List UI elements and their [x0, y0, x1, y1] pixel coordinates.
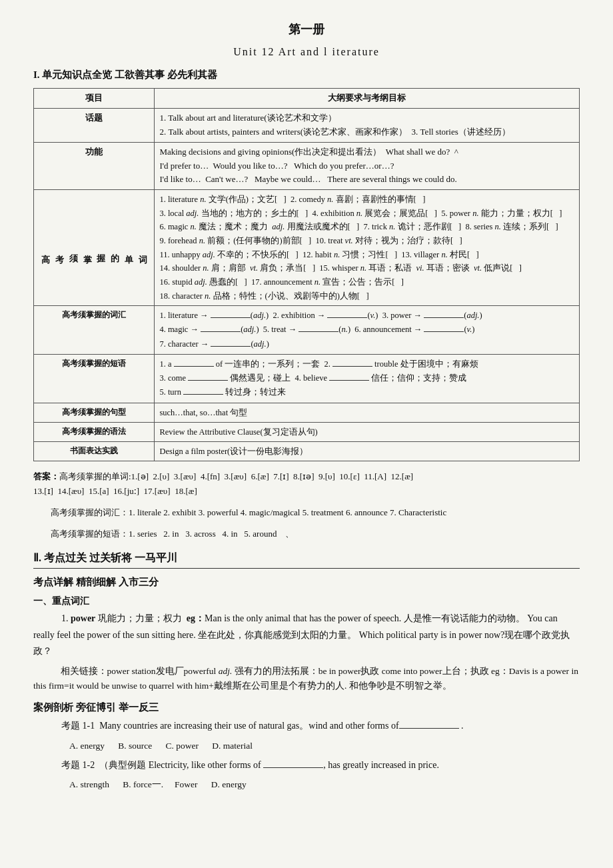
answers-block: 答案：高考须掌握的单词:1.[ə] 2.[υ] 3.[æυ] 4.[fn] 3.… [33, 469, 580, 499]
table-row-phrases: 高考须掌握的短语 1. a of 一连串的；一系列；一套 2. trouble … [34, 354, 580, 403]
knowledge-table: 项目 大纲要求与考纲目标 话题 1. Talk about art and li… [33, 88, 580, 461]
part1-heading: 一、重点词汇 [33, 594, 580, 609]
table-header-item: 项目 [34, 89, 155, 109]
subsection-heading: 考点详解 精剖细解 入市三分 [33, 574, 580, 590]
table-row-grammar: 高考须掌握的语法 Review the Attributive Clause(复… [34, 422, 580, 441]
phrase-answers: 高考须掌握的短语：1. series 2. in 3. across 4. in… [33, 527, 580, 541]
exam1-label: 考题 1-1 Many countries are increasing the… [33, 718, 580, 735]
section2-heading: Ⅱ. 考点过关 过关斩将 一马平川 [33, 549, 580, 569]
case-section-heading: 案例剖析 旁征博引 举一反三 [33, 699, 580, 715]
table-row-function: 功能 Making decisions and giving opinions(… [34, 142, 580, 189]
table-row-topic: 话题 1. Talk about art and literature(谈论艺术… [34, 109, 580, 143]
table-row-vocab: 高考须掌握的单词 1. literature n. 文学(作品)；文艺[ ] 2… [34, 190, 580, 306]
exam2-label: 考题 1-2 （典型例题 Electricity, like other for… [33, 757, 580, 774]
page-title: 第一册 [33, 20, 580, 39]
exam2-options: A. strength B. force一. Fower D. energy [69, 777, 580, 792]
exam2-block: 考题 1-2 （典型例题 Electricity, like other for… [33, 757, 580, 792]
exam1-options: A. energy B. source C. power D. material [69, 739, 580, 753]
table-row-writing: 书面表达实践 Design a film poster(设计一份电影海报） [34, 441, 580, 461]
table-header-content: 大纲要求与考纲目标 [155, 89, 580, 109]
exam1-block: 考题 1-1 Many countries are increasing the… [33, 718, 580, 753]
unit-title: Unit 12 Art and l iterature [33, 43, 580, 61]
word-entry-1: 1. power 巩能力；力量；权力 eg：Man is the only an… [33, 611, 580, 660]
table-row-wordform: 高考须掌握的词汇 1. literature → (adj.) 2. exhib… [34, 306, 580, 355]
related-link: 相关链接：power station发电厂powerful adj. 强有力的用… [33, 664, 580, 695]
table-row-sentence-pattern: 高考须掌握的句型 such…that, so…that 句型 [34, 403, 580, 422]
section1-heading: I. 单元知识点全览 工欲善其事 必先利其器 [33, 67, 580, 83]
vocab-answers: 高考须掌握的词汇：1. literale 2. exhibit 3. power… [33, 505, 580, 520]
